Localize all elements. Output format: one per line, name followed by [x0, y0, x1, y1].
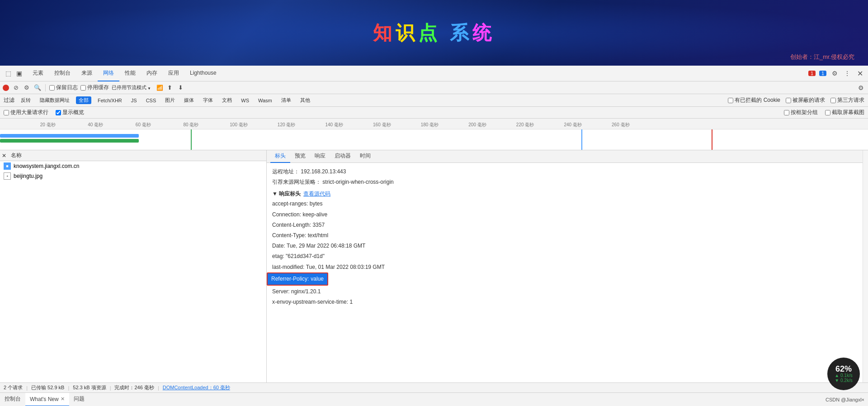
- media-chip[interactable]: 媒体: [181, 96, 197, 104]
- other-chip[interactable]: 其他: [297, 96, 313, 104]
- tab-application[interactable]: 应用: [163, 66, 184, 81]
- preserve-log-checkbox[interactable]: 保留日志: [49, 84, 78, 91]
- manifest-chip[interactable]: 清单: [278, 96, 294, 104]
- finish-line: [712, 129, 712, 150]
- dom-content-line: [191, 129, 192, 150]
- error-badge: 1: [808, 71, 816, 76]
- export-icon[interactable]: ⬇: [177, 84, 185, 92]
- timeline-container: 20 毫秒 40 毫秒 60 毫秒 80 毫秒 100 毫秒 120 毫秒 14…: [0, 119, 868, 150]
- view-source-link[interactable]: 查看源代码: [303, 190, 330, 198]
- bottom-tabs-bar: 控制台 What's New ✕ 问题 CSDN @Jiangxl×: [0, 392, 868, 406]
- tick-20ms: 20 毫秒: [40, 122, 56, 128]
- bottom-right-controls: CSDN @Jiangxl×: [826, 397, 868, 402]
- tab-sources[interactable]: 来源: [76, 66, 98, 81]
- col-name-label: 名称: [11, 152, 22, 159]
- resources-size: 52.3 kB 项资源: [73, 384, 106, 391]
- wasm-chip[interactable]: Wasm: [255, 97, 275, 104]
- wifi-icon[interactable]: 📶: [156, 85, 163, 91]
- tick-140ms: 140 毫秒: [325, 122, 343, 128]
- close-devtools-icon[interactable]: ✕: [855, 69, 864, 78]
- response-headers-section: ▼ 响应标头 查看源代码: [272, 187, 857, 199]
- capture-screenshot-checkbox[interactable]: 截取屏幕截图: [825, 109, 864, 116]
- doc-chip[interactable]: 文档: [219, 96, 235, 104]
- list-item-knowsystem[interactable]: ■ knowsystem.jiangxl.com.cn: [0, 161, 266, 171]
- throttle-dropdown[interactable]: 已停用节流模式: [112, 84, 151, 91]
- tab-headers[interactable]: 标头: [270, 150, 290, 163]
- device-toggle-icon[interactable]: ▣: [14, 69, 24, 78]
- tab-elements[interactable]: 元素: [27, 66, 49, 81]
- server-key: Server:: [272, 288, 291, 295]
- all-chip[interactable]: 全部: [76, 96, 91, 104]
- clear-icon[interactable]: ⊘: [12, 84, 20, 92]
- bottom-tab-console[interactable]: 控制台: [0, 393, 25, 406]
- dom-loaded-link[interactable]: DOMContentLoaded：60 毫秒: [163, 384, 230, 391]
- status-bar: 2 个请求 | 已传输 52.9 kB | 52.3 kB 项资源 | 完成时：…: [0, 382, 868, 392]
- tick-240ms: 240 毫秒: [564, 122, 581, 128]
- whats-new-close-icon[interactable]: ✕: [61, 396, 65, 402]
- import-icon[interactable]: ⬆: [166, 84, 174, 92]
- tab-timing[interactable]: 时间: [355, 150, 375, 163]
- speed-download: ▼ 0.2k/s: [835, 378, 852, 383]
- filter-icon[interactable]: ⚙: [23, 84, 31, 92]
- tab-response[interactable]: 响应: [310, 150, 330, 163]
- bottom-tab-issues[interactable]: 问题: [69, 393, 89, 406]
- content-length-value: 3357: [312, 222, 325, 228]
- show-overview-checkbox[interactable]: 显示概览: [56, 109, 84, 116]
- tab-preview[interactable]: 预览: [290, 150, 310, 163]
- list-item-beijingtu[interactable]: ▪ beijingtu.jpg: [0, 171, 266, 181]
- top-banner: 知识点 系统 创始者：江_mr.侵权必究: [0, 0, 868, 66]
- more-options-icon[interactable]: ⋮: [843, 69, 852, 78]
- tab-console[interactable]: 控制台: [49, 66, 76, 81]
- img-chip[interactable]: 图片: [162, 96, 178, 104]
- tick-260ms: 260 毫秒: [612, 122, 629, 128]
- ws-chip[interactable]: WS: [238, 97, 252, 104]
- content-type-key: Content-Type:: [272, 232, 308, 239]
- timeline-ruler: 20 毫秒 40 毫秒 60 毫秒 80 毫秒 100 毫秒 120 毫秒 14…: [0, 119, 868, 129]
- blocked-cookies-checkbox[interactable]: 有已拦截的 Cookie: [728, 96, 780, 104]
- tab-memory[interactable]: 内存: [141, 66, 163, 81]
- speed-upload: ▲ 0.1k/s: [835, 373, 852, 378]
- network-settings-icon[interactable]: ⚙: [856, 83, 865, 92]
- img-icon: ▪: [4, 172, 11, 180]
- css-chip[interactable]: CSS: [143, 97, 159, 104]
- preserve-log-input[interactable]: [49, 85, 55, 91]
- settings-icon[interactable]: ⚙: [830, 69, 839, 78]
- panel-close-icon[interactable]: ✕: [2, 153, 11, 159]
- server-value: nginx/1.20.1: [291, 288, 321, 295]
- tick-80ms: 80 毫秒: [183, 122, 198, 128]
- third-party-checkbox[interactable]: 第三方请求: [830, 96, 864, 104]
- referrer-policy-general-value: strict-origin-when-cross-origin: [322, 179, 393, 185]
- invert-chip[interactable]: 反转: [18, 96, 33, 104]
- tab-performance[interactable]: 性能: [119, 66, 141, 81]
- search-icon[interactable]: 🔍: [33, 84, 42, 92]
- blocked-requests-checkbox[interactable]: 被屏蔽的请求: [786, 96, 825, 104]
- connection-value: keep-alive: [302, 211, 327, 218]
- connection-key: Connection:: [272, 211, 302, 218]
- js-chip[interactable]: JS: [128, 97, 140, 104]
- tab-lighthouse[interactable]: Lighthouse: [184, 66, 222, 81]
- right-scrollbar[interactable]: [863, 150, 868, 382]
- banner-char-tong: 统: [472, 22, 495, 43]
- warn-badge: 1: [819, 71, 826, 76]
- record-button[interactable]: [3, 85, 9, 91]
- devtools-top-toolbar: ⬚ ▣ 元素 控制台 来源 网络 性能 内存 应用 Lighthouse 1 1…: [0, 66, 868, 81]
- bottom-tab-whats-new[interactable]: What's New ✕: [25, 393, 69, 406]
- inspect-icon[interactable]: ⬚: [4, 69, 13, 78]
- referrer-policy-row-highlighted[interactable]: Referrer-Policy: value: [267, 272, 328, 286]
- hide-data-url-chip[interactable]: 隐藏数据网址: [37, 96, 72, 104]
- disable-cache-checkbox[interactable]: 停用缓存: [80, 84, 109, 91]
- content-type-value: text/html: [308, 232, 328, 239]
- remote-address-key: 远程地址：: [272, 168, 299, 175]
- large-rows-checkbox[interactable]: 使用大量请求行: [4, 109, 48, 116]
- group-by-frame-checkbox[interactable]: 按框架分组: [784, 109, 818, 116]
- referrer-policy-key: Referrer-Policy:: [271, 275, 309, 283]
- finish-time: 完成时：246 毫秒: [114, 384, 154, 391]
- filter-label: 过滤: [4, 96, 14, 104]
- disable-cache-input[interactable]: [80, 85, 86, 91]
- font-chip[interactable]: 字体: [200, 96, 216, 104]
- fetch-xhr-chip[interactable]: Fetch/XHR: [95, 97, 125, 104]
- tab-initiator[interactable]: 启动器: [330, 150, 355, 163]
- tick-160ms: 160 毫秒: [373, 122, 391, 128]
- tab-network[interactable]: 网络: [98, 66, 119, 81]
- list-header: ✕ 名称: [0, 150, 266, 161]
